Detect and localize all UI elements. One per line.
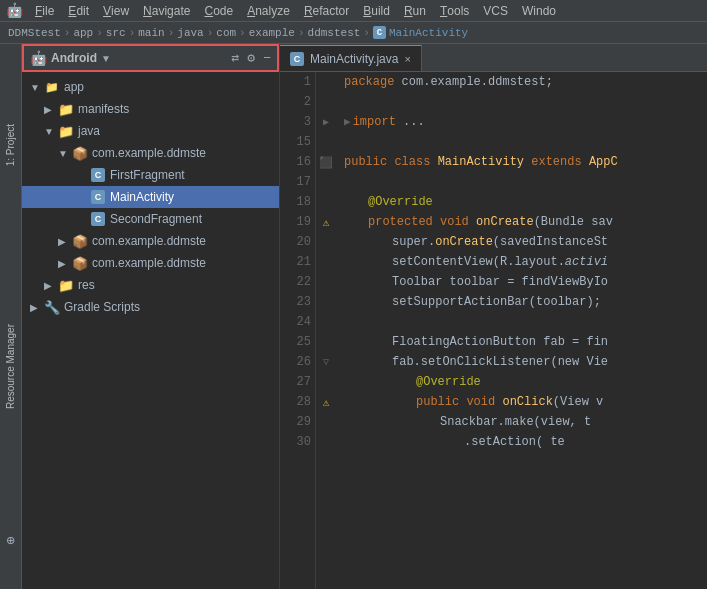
tree-item-mainactivity[interactable]: C MainActivity	[22, 186, 279, 208]
gutter-17	[316, 172, 336, 192]
tree-label-package3: com.example.ddmste	[92, 256, 206, 270]
bookmark-icon-16: ⬛	[319, 156, 333, 169]
panel-icon-minimize[interactable]: −	[263, 51, 271, 66]
code-content: 1 2 3 15 16 17 18 19 20 21 22 23 24 25 2…	[280, 72, 707, 589]
tree-item-manifests[interactable]: ▶ 📁 manifests	[22, 98, 279, 120]
gutter-22	[316, 272, 336, 292]
code-line-24	[344, 312, 699, 332]
code-lines[interactable]: package com.example.ddmstest; ▶import ..…	[336, 72, 707, 589]
tree-label-package2: com.example.ddmste	[92, 234, 206, 248]
tab-close-button[interactable]: ×	[404, 53, 410, 65]
ln-17: 17	[284, 172, 311, 192]
menu-tools[interactable]: Tools	[434, 0, 475, 22]
resource-manager-label[interactable]: Resource Manager	[5, 324, 16, 409]
fold-arrow-3[interactable]: ▶	[344, 116, 351, 128]
breadcrumb-main[interactable]: main	[138, 27, 164, 39]
breadcrumb-app[interactable]: app	[73, 27, 93, 39]
menu-build[interactable]: Build	[357, 0, 396, 22]
project-panel: 🤖 Android ▼ ⇄ ⚙ − ▼ 📁 app ▶ 📁 manif	[22, 44, 280, 589]
breadcrumb-com[interactable]: com	[216, 27, 236, 39]
ln-19: 19	[284, 212, 311, 232]
tree-item-res[interactable]: ▶ 📁 res	[22, 274, 279, 296]
ln-26: 26	[284, 352, 311, 372]
menu-file[interactable]: File	[29, 0, 60, 22]
breadcrumb-ddmstest2[interactable]: ddmstest	[308, 27, 361, 39]
panel-icon-sync[interactable]: ⇄	[232, 50, 240, 66]
arrow-manifests: ▶	[44, 104, 58, 115]
ln-29: 29	[284, 412, 311, 432]
tree-item-package2[interactable]: ▶ 📦 com.example.ddmste	[22, 230, 279, 252]
gutter-29	[316, 412, 336, 432]
menu-run[interactable]: Run	[398, 0, 432, 22]
fold-icon-3[interactable]: ▶	[323, 116, 329, 128]
ln-21: 21	[284, 252, 311, 272]
breadcrumb-example[interactable]: example	[249, 27, 295, 39]
arrow-java: ▼	[44, 126, 58, 137]
menu-navigate[interactable]: Navigate	[137, 0, 196, 22]
tree-label-package1: com.example.ddmste	[92, 146, 206, 160]
package-icon1: 📦	[72, 145, 88, 161]
editor-area: C MainActivity.java × 1 2 3 15 16 17 18 …	[280, 44, 707, 589]
bottom-icon-1[interactable]: ⊕	[6, 532, 14, 549]
gradle-icon: 🔧	[44, 299, 60, 315]
warn-icon-28: ⚠	[323, 396, 330, 409]
panel-icon-settings[interactable]: ⚙	[247, 50, 255, 66]
gutter-2	[316, 92, 336, 112]
gutter-18	[316, 192, 336, 212]
ln-15: 15	[284, 132, 311, 152]
tree-label-res: res	[78, 278, 95, 292]
code-line-19: protected void onCreate(Bundle sav	[344, 212, 699, 232]
tree-item-app[interactable]: ▼ 📁 app	[22, 76, 279, 98]
menu-vcs[interactable]: VCS	[477, 0, 514, 22]
breadcrumb-mainactivity[interactable]: C MainActivity	[373, 26, 468, 39]
code-line-27: @Override	[344, 372, 699, 392]
gutter-16: ⬛	[316, 152, 336, 172]
left-sidebar-tab: 1: Project Resource Manager ⊕	[0, 44, 22, 589]
ln-3: 3	[284, 112, 311, 132]
gutter-19: ⚠	[316, 212, 336, 232]
code-line-20: super.onCreate(savedInstanceSt	[344, 232, 699, 252]
menu-code[interactable]: Code	[198, 0, 239, 22]
code-line-3: ▶import ...	[344, 112, 699, 132]
tree-item-secondfragment[interactable]: C SecondFragment	[22, 208, 279, 230]
arrow-gradle: ▶	[30, 302, 44, 313]
code-line-28: public void onClick(View v	[344, 392, 699, 412]
code-line-29: Snackbar.make(view, t	[344, 412, 699, 432]
gutter-26: ▽	[316, 352, 336, 372]
tree-item-package3[interactable]: ▶ 📦 com.example.ddmste	[22, 252, 279, 274]
folder-app-icon: 📁	[44, 79, 60, 95]
res-folder-icon: 📁	[58, 277, 74, 293]
code-line-2	[344, 92, 699, 112]
code-line-22: Toolbar toolbar = findViewByIo	[344, 272, 699, 292]
android-icon: 🤖	[30, 50, 47, 66]
tree-label-mainactivity: MainActivity	[110, 190, 174, 204]
tree-label-app: app	[64, 80, 84, 94]
package-icon2: 📦	[72, 233, 88, 249]
tree-item-java[interactable]: ▼ 📁 java	[22, 120, 279, 142]
breadcrumb-java[interactable]: java	[177, 27, 203, 39]
panel-header: 🤖 Android ▼ ⇄ ⚙ −	[22, 44, 279, 72]
menu-refactor[interactable]: Refactor	[298, 0, 355, 22]
tab-bar: C MainActivity.java ×	[280, 44, 707, 72]
menu-analyze[interactable]: Analyze	[241, 0, 296, 22]
ln-20: 20	[284, 232, 311, 252]
code-line-30: .setAction( te	[344, 432, 699, 452]
breadcrumb-ddmstest[interactable]: DDMStest	[8, 27, 61, 39]
gutter-27	[316, 372, 336, 392]
menu-view[interactable]: View	[97, 0, 135, 22]
tree-item-firstfragment[interactable]: C FirstFragment	[22, 164, 279, 186]
gutter-21	[316, 252, 336, 272]
arrow-package3: ▶	[58, 258, 72, 269]
breadcrumb-src[interactable]: src	[106, 27, 126, 39]
menu-edit[interactable]: Edit	[62, 0, 95, 22]
tab-mainactivity[interactable]: C MainActivity.java ×	[280, 45, 422, 71]
panel-dropdown-arrow[interactable]: ▼	[101, 53, 111, 64]
ln-25: 25	[284, 332, 311, 352]
code-line-25: FloatingActionButton fab = fin	[344, 332, 699, 352]
ln-1: 1	[284, 72, 311, 92]
project-tab-label[interactable]: 1: Project	[5, 124, 16, 166]
menu-window[interactable]: Windo	[516, 0, 562, 22]
tree-item-package1[interactable]: ▼ 📦 com.example.ddmste	[22, 142, 279, 164]
fold-icon-26[interactable]: ▽	[323, 356, 329, 368]
tree-item-gradle[interactable]: ▶ 🔧 Gradle Scripts	[22, 296, 279, 318]
